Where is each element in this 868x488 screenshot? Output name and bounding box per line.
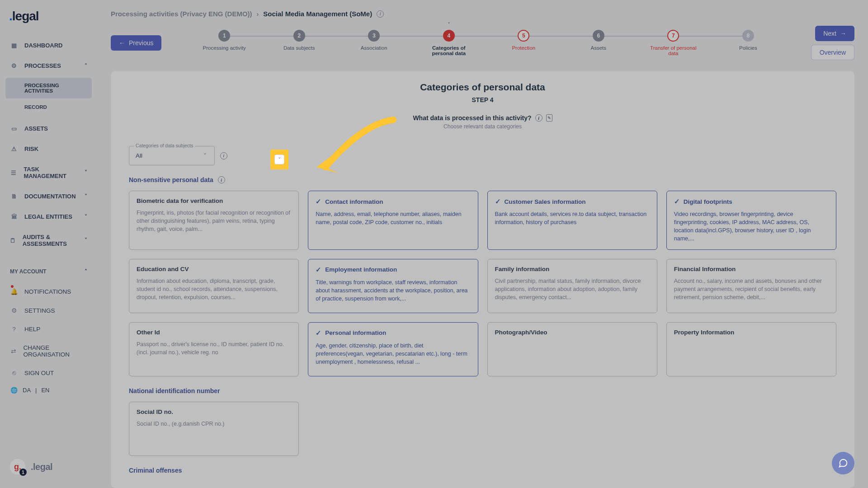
chevron-down-icon[interactable]: ˅ bbox=[274, 155, 284, 164]
info-icon[interactable]: i bbox=[220, 152, 227, 160]
nav-settings[interactable]: ⚙ SETTINGS bbox=[5, 301, 92, 320]
content: Categories of personal data STEP 4 What … bbox=[111, 71, 854, 488]
nav-documentation[interactable]: 🗎 DOCUMENTATION ˅ bbox=[5, 187, 92, 206]
breadcrumb-parent[interactable]: Processing activities (Privacy ENG (DEMO… bbox=[111, 10, 252, 18]
category-card[interactable]: Education and CVInformation about educat… bbox=[129, 259, 299, 313]
nav-sign-out[interactable]: ⎋ SIGN OUT bbox=[5, 364, 92, 382]
select-label: Categories of data subjects bbox=[134, 143, 195, 148]
lang-da[interactable]: DA bbox=[23, 387, 31, 394]
step-1[interactable]: 1 Processing activity bbox=[187, 30, 262, 51]
nav-notifications[interactable]: 🔔 NOTIFICATIONS bbox=[5, 282, 92, 301]
step-5[interactable]: 5 Protection bbox=[486, 30, 561, 51]
step-4[interactable]: ˅ 4 Categories of personal data bbox=[411, 30, 486, 56]
card-title: Photograph/Video bbox=[495, 329, 650, 336]
nav-label: RISK bbox=[24, 145, 38, 152]
nav-assets[interactable]: ▭ ASSETS bbox=[5, 119, 92, 138]
nav-label: HELP bbox=[24, 326, 40, 333]
chevron-down-icon: ˅ bbox=[85, 193, 87, 200]
info-icon[interactable]: i bbox=[535, 114, 542, 122]
overview-button[interactable]: Overview bbox=[811, 45, 854, 60]
card-title-text: Other Id bbox=[137, 329, 160, 336]
card-title: ✓Digital footprints bbox=[674, 197, 829, 206]
chevron-down-icon: ˅ bbox=[85, 169, 87, 176]
nav-legal-entities[interactable]: 🏛 LEGAL ENTITIES ˅ bbox=[5, 207, 92, 226]
language-switcher[interactable]: 🌐 DA | EN bbox=[5, 382, 92, 398]
step-3[interactable]: 3 Association bbox=[337, 30, 412, 51]
button-label: Next bbox=[823, 30, 836, 37]
arrow-right-icon: → bbox=[840, 30, 846, 37]
task-icon: ☰ bbox=[10, 169, 17, 176]
nav-processing-activities[interactable]: PROCESSING ACTIVITIES bbox=[5, 78, 92, 99]
info-icon[interactable]: i bbox=[377, 10, 384, 18]
data-subjects-select[interactable]: Categories of data subjects All ˅ bbox=[129, 146, 215, 165]
notification-dot bbox=[11, 285, 14, 288]
nav-dashboard[interactable]: ▦ DASHBOARD bbox=[5, 36, 92, 55]
chat-icon bbox=[838, 458, 848, 468]
chevron-down-icon[interactable]: ˅ bbox=[198, 149, 212, 163]
bell-icon: 🔔 bbox=[10, 288, 18, 295]
card-description: Video recordings, browser fingerprinting… bbox=[674, 210, 829, 243]
nav-audits[interactable]: 🗒 AUDITS & ASSESSMENTS ˅ bbox=[5, 228, 92, 253]
next-button[interactable]: Next → bbox=[815, 26, 854, 41]
category-card[interactable]: ✓Digital footprintsVideo recordings, bro… bbox=[666, 191, 836, 250]
card-description: Age, gender, citizenship, place of birth… bbox=[316, 342, 470, 366]
category-card[interactable]: Financial InformationAccount no., salary… bbox=[666, 259, 836, 313]
g-badge[interactable]: g. 1 bbox=[9, 458, 26, 475]
step-circle: 1 bbox=[218, 30, 230, 42]
category-card[interactable]: Social ID no.Social ID no., (e.g.danish … bbox=[129, 402, 299, 456]
cards-national: Social ID no.Social ID no., (e.g.danish … bbox=[129, 402, 836, 456]
check-icon: ✓ bbox=[674, 197, 680, 206]
card-title-text: Social ID no. bbox=[137, 408, 173, 415]
g-badge-count: 1 bbox=[19, 469, 27, 476]
card-description: Social ID no., (e.g.danish CPR no.) bbox=[137, 420, 291, 428]
logo: .legal bbox=[9, 9, 88, 23]
card-description: Passport no., driver's license no., ID n… bbox=[137, 340, 291, 357]
step-7[interactable]: 7 Transfer of personal data bbox=[636, 30, 711, 56]
card-title-text: Personal information bbox=[325, 329, 386, 336]
category-card[interactable]: ✓Personal informationAge, gender, citize… bbox=[308, 322, 478, 376]
category-card[interactable]: Biometric data for verificationFingerpri… bbox=[129, 191, 299, 250]
nav-label: CHANGE ORGANISATION bbox=[24, 344, 87, 358]
step-circle: 6 bbox=[593, 30, 604, 42]
category-card[interactable]: ✓Customer Sales informationBank account … bbox=[487, 191, 657, 250]
step-label: Categories of personal data bbox=[422, 45, 476, 56]
nav-label: DOCUMENTATION bbox=[24, 193, 76, 200]
step-label: Protection bbox=[512, 45, 535, 51]
prompt-text: What data is processed in this activity? bbox=[413, 114, 531, 122]
chevron-up-icon: ˄ bbox=[85, 268, 87, 275]
card-description: Fingerprint, iris, photos (for facial re… bbox=[137, 209, 291, 233]
nav-processes[interactable]: ⚙ PROCESSES ˄ bbox=[5, 56, 92, 75]
step-label: Assets bbox=[591, 45, 607, 51]
nav-task-management[interactable]: ☰ TASK MANAGEMENT ˅ bbox=[5, 160, 92, 185]
previous-button[interactable]: ← Previous bbox=[111, 35, 161, 51]
category-card[interactable]: Other IdPassport no., driver's license n… bbox=[129, 322, 299, 376]
nav-record[interactable]: RECORD bbox=[5, 99, 92, 115]
category-card[interactable]: Property Information bbox=[666, 322, 836, 376]
nav-change-org[interactable]: ⇄ CHANGE ORGANISATION bbox=[5, 338, 92, 364]
category-card[interactable]: Photograph/Video bbox=[487, 322, 657, 376]
category-card[interactable]: ✓Employment informationTitle, warnings f… bbox=[308, 259, 478, 313]
step-2[interactable]: 2 Data subjects bbox=[262, 30, 337, 51]
cards-nonsensitive: Biometric data for verificationFingerpri… bbox=[129, 191, 836, 376]
card-title: ✓Personal information bbox=[316, 329, 470, 337]
section-label: Criminal offenses bbox=[129, 467, 182, 474]
step-6[interactable]: 6 Assets bbox=[561, 30, 636, 51]
account-section-header[interactable]: MY ACCOUNT ˄ bbox=[5, 263, 92, 280]
nav-label: PROCESSES bbox=[24, 62, 61, 69]
nav-label: NOTIFICATIONS bbox=[24, 288, 71, 295]
category-card[interactable]: Family informationCivil partnership, mar… bbox=[487, 259, 657, 313]
lang-en[interactable]: EN bbox=[41, 387, 49, 394]
chevron-up-icon: ˄ bbox=[85, 63, 87, 69]
sidebar: .legal ▦ DASHBOARD ⚙ PROCESSES ˄ PROCESS… bbox=[0, 0, 97, 488]
nav-help[interactable]: ? HELP bbox=[5, 320, 92, 338]
processes-icon: ⚙ bbox=[10, 62, 18, 69]
chevron-down-icon: ˅ bbox=[85, 237, 87, 244]
category-card[interactable]: ✓Contact informationName, address, email… bbox=[308, 191, 478, 250]
info-icon[interactable]: i bbox=[218, 176, 225, 183]
document-icon[interactable]: ✎ bbox=[546, 114, 552, 122]
nav-risk[interactable]: ⚠ RISK bbox=[5, 140, 92, 158]
legal-entities-icon: 🏛 bbox=[10, 213, 18, 220]
card-description: Information about education, diploma, tr… bbox=[137, 277, 291, 301]
chat-fab[interactable] bbox=[832, 452, 854, 474]
step-8[interactable]: 8 Policies bbox=[711, 30, 786, 51]
